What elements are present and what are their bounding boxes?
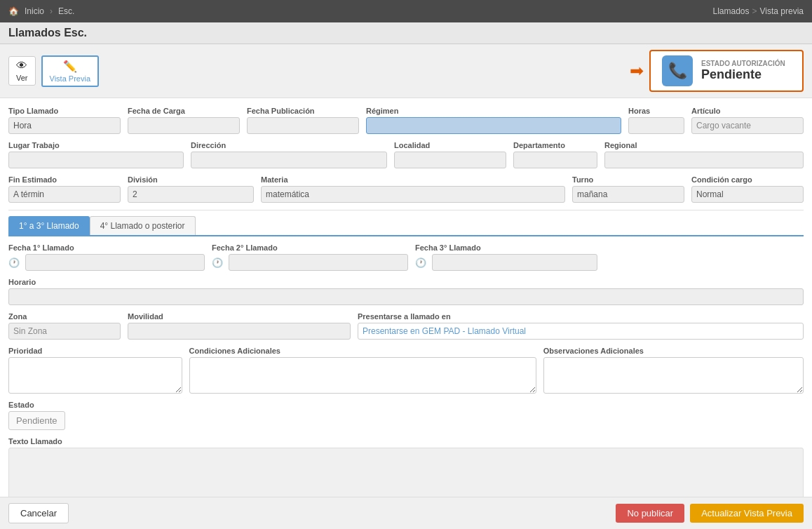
localidad-group: Localidad (394, 141, 506, 168)
estado-group: Estado Pendiente (8, 401, 65, 430)
articulo-group: Artículo (691, 107, 804, 134)
presentarse-group: Presentarse a llamado en (358, 312, 804, 340)
section-divider (8, 210, 804, 210)
movilidad-input[interactable] (128, 323, 351, 340)
actualizar-button[interactable]: Actualizar Vista Previa (690, 504, 804, 523)
regimen-label: Régimen (366, 107, 621, 115)
tipo-llamado-label: Tipo Llamado (8, 107, 121, 115)
horas-label: Horas (628, 107, 684, 115)
zona-input[interactable] (8, 323, 121, 340)
tab1-label: 1° a 3° Llamado (19, 221, 79, 231)
fecha2-input[interactable] (229, 254, 408, 271)
tab2-label: 4° Llamado o posterior (100, 221, 185, 231)
breadcrumb-esc[interactable]: Esc. (58, 6, 74, 16)
clock-icon-2: 🕐 (212, 257, 223, 268)
no-publicar-button[interactable]: No publicar (616, 504, 684, 523)
materia-input[interactable] (261, 186, 565, 203)
direccion-input[interactable] (191, 152, 387, 168)
articulo-label: Artículo (691, 107, 804, 115)
arrow-indicator: ➡ (630, 61, 644, 81)
vista-previa-icon: ✏️ (63, 60, 77, 73)
horas-input[interactable] (628, 117, 684, 134)
fin-estimado-input[interactable] (8, 186, 121, 203)
tabs-bar: 1° a 3° Llamado 4° Llamado o posterior (8, 216, 804, 236)
observaciones-adicionales-group: Observaciones Adicionales (543, 347, 804, 394)
departamento-label: Departamento (513, 141, 597, 149)
prioridad-textarea[interactable] (8, 357, 182, 394)
auth-status-label: ESTADO AUTORIZACIÓN (701, 60, 785, 67)
fecha-carga-group: Fecha de Carga (128, 107, 240, 134)
zona-row: Zona Movilidad Presentarse a llamado en (8, 312, 804, 340)
form-row-2: Lugar Trabajo Dirección Localidad Depart… (8, 141, 804, 168)
materia-label: Materia (261, 175, 565, 184)
observaciones-adicionales-label: Observaciones Adicionales (543, 347, 804, 355)
condicion-cargo-input[interactable] (691, 186, 804, 203)
condiciones-adicionales-label: Condiciones Adicionales (189, 347, 536, 355)
movilidad-group: Movilidad (128, 312, 351, 340)
departamento-input[interactable] (513, 152, 597, 168)
fecha3-group: Fecha 3° Llamado 🕐 (415, 243, 597, 271)
fecha-carga-input[interactable] (128, 117, 240, 134)
prioridad-group: Prioridad (8, 347, 182, 394)
direccion-label: Dirección (191, 141, 387, 149)
main-content: Tipo Llamado Fecha de Carga Fecha Public… (0, 98, 812, 529)
home-icon: 🏠 (8, 6, 19, 16)
horario-input[interactable] (8, 288, 804, 305)
fecha3-input[interactable] (432, 254, 597, 271)
right-actions: No publicar Actualizar Vista Previa (616, 504, 804, 523)
prioridad-label: Prioridad (8, 347, 182, 355)
breadcrumb-inicio[interactable]: Inicio (25, 6, 44, 16)
articulo-input[interactable] (691, 117, 804, 134)
tab-1-3-llamado[interactable]: 1° a 3° Llamado (8, 216, 90, 235)
regional-label: Regional (604, 141, 804, 149)
clock-icon-1: 🕐 (8, 257, 20, 268)
regional-input[interactable] (604, 152, 804, 168)
tipo-llamado-group: Tipo Llamado (8, 107, 121, 134)
division-input[interactable] (128, 186, 254, 203)
fecha-publicacion-input[interactable] (247, 117, 359, 134)
lugar-trabajo-input[interactable] (8, 152, 184, 168)
fecha2-label: Fecha 2° Llamado (212, 243, 408, 252)
direccion-group: Dirección (191, 141, 387, 168)
breadcrumb-separator2: > (752, 6, 757, 16)
fecha1-group: Fecha 1° Llamado 🕐 (8, 243, 205, 271)
lugar-trabajo-label: Lugar Trabajo (8, 141, 184, 149)
localidad-input[interactable] (394, 152, 506, 168)
action-bar: Cancelar No publicar Actualizar Vista Pr… (0, 497, 812, 529)
breadcrumb-separator1: › (50, 6, 53, 16)
auth-text: ESTADO AUTORIZACIÓN Pendiente (701, 60, 785, 82)
phone-icon: 📞 (662, 55, 693, 86)
breadcrumb: 🏠 Inicio › Esc. (8, 6, 74, 16)
estado-badge: Pendiente (8, 411, 65, 430)
turno-group: Turno (572, 175, 684, 203)
breadcrumb-llamados[interactable]: Llamados (712, 6, 749, 16)
vista-previa-button[interactable]: ✏️ Vista Previa (41, 55, 100, 87)
condiciones-adicionales-group: Condiciones Adicionales (189, 347, 536, 394)
tab-4-llamado[interactable]: 4° Llamado o posterior (90, 216, 196, 235)
ver-button[interactable]: 👁 Ver (8, 56, 36, 86)
tipo-llamado-input[interactable] (8, 117, 121, 134)
page-title: Llamados Esc. (8, 27, 87, 39)
auth-status-wrapper: ➡ 📞 ESTADO AUTORIZACIÓN Pendiente (630, 50, 804, 92)
toolbar: 👁 Ver ✏️ Vista Previa ➡ 📞 ESTADO AUTORIZ… (0, 44, 812, 98)
materia-group: Materia (261, 175, 565, 203)
fecha-publicacion-label: Fecha Publicación (247, 107, 359, 115)
fecha3-label: Fecha 3° Llamado (415, 243, 597, 252)
presentarse-input[interactable] (358, 323, 804, 340)
fechas-llamados-row: Fecha 1° Llamado 🕐 Fecha 2° Llamado 🕐 Fe… (8, 243, 804, 271)
top-nav-bar: 🏠 Inicio › Esc. Llamados > Vista previa (0, 0, 812, 22)
cancelar-button[interactable]: Cancelar (8, 503, 69, 523)
departamento-group: Departamento (513, 141, 597, 168)
condiciones-adicionales-textarea[interactable] (189, 357, 536, 394)
observaciones-adicionales-textarea[interactable] (543, 357, 804, 394)
prioridad-row: Prioridad Condiciones Adicionales Observ… (8, 347, 804, 394)
presentarse-label: Presentarse a llamado en (358, 312, 804, 321)
horario-group: Horario (8, 278, 804, 305)
regimen-input[interactable] (366, 117, 621, 134)
breadcrumb-vista-previa: Vista previa (760, 6, 804, 16)
regimen-group: Régimen (366, 107, 621, 134)
regional-group: Regional (604, 141, 804, 168)
fecha1-input[interactable] (25, 254, 205, 271)
condicion-cargo-group: Condición cargo (691, 175, 804, 203)
turno-input[interactable] (572, 186, 684, 203)
